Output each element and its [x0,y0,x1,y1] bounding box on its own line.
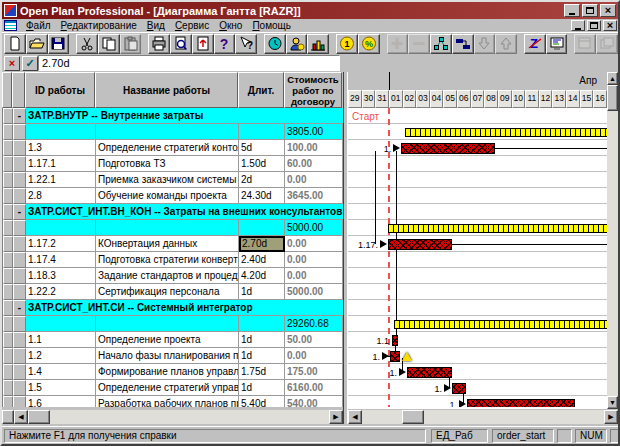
table-row[interactable]: 3805.00 [3,124,343,140]
duration-cell[interactable]: 24.30d [239,188,285,204]
gantt-task-bar[interactable] [388,239,452,250]
table-row[interactable]: 1.17.4Подготовка стратегии конвертации2.… [3,252,343,268]
table-row[interactable]: 2.8Обучение команды проекта24.30d3645.00 [3,188,343,204]
table-row[interactable]: 1.4Формирование планов управления1.75d17… [3,364,343,380]
resources-button[interactable] [286,34,308,54]
menu-edit[interactable]: Редактирование [56,20,142,31]
column-header-cost[interactable]: Стоимость работ по договору [284,72,342,108]
gantt-summary-bar[interactable] [405,128,607,137]
collapse-toggle[interactable]: - [13,300,26,316]
child-restore-button[interactable] [587,20,601,31]
open-folder-button[interactable] [26,34,48,54]
print-button[interactable] [148,34,170,54]
duration-cell[interactable] [239,124,285,140]
task-id-cell[interactable]: 1.4 [26,364,96,380]
cost-cell[interactable]: 540.00 [285,396,343,407]
cost-cell[interactable]: 5000.00 [285,284,343,300]
time-clock-button[interactable] [264,34,286,54]
task-id-cell[interactable]: 1.17.4 [26,252,96,268]
table-row[interactable]: 1.17.1Подготовка ТЗ1.50d60.00 [3,156,343,172]
task-name-cell[interactable]: Разработка рабочих планов проекта [96,396,239,407]
child-close-button[interactable]: × [603,20,617,31]
duration-cell[interactable] [239,316,285,332]
table-row[interactable]: 1.2Начало фазы планирования проекта1d0.0… [3,348,343,364]
task-name-cell[interactable]: Подготовка ТЗ [96,156,239,172]
gantt-summary-bar[interactable] [394,320,607,329]
cost-cell[interactable]: 175.00 [285,364,343,380]
cost-cell[interactable]: 6160.00 [285,380,343,396]
duration-cell[interactable]: 2.70d [239,236,285,252]
gantt-vertical-scrollbar[interactable]: ▲ ▼ [607,72,618,409]
duration-cell[interactable]: 4.20d [239,268,285,284]
cancel-edit-button[interactable]: × [4,56,20,71]
table-row[interactable]: 1.17.2КОнвертация данных2.70d0.00 [3,236,343,252]
duration-cell[interactable]: 1.75d [239,364,285,380]
cost-cell[interactable]: 100.00 [285,140,343,156]
task-id-cell[interactable]: 1.17.2 [26,236,96,252]
duration-cell[interactable]: 1d [239,348,285,364]
screen-view-button[interactable] [546,34,568,54]
help-button[interactable]: ? [214,34,236,54]
table-row[interactable]: 1.18.3Задание стандартов и процедур по д… [3,268,343,284]
cost-cell[interactable]: 3645.00 [285,188,343,204]
table-row[interactable]: 1.1Определение проекта1d50.00 [3,332,343,348]
histogram-button[interactable] [307,34,329,54]
cost-cell[interactable]: 0.00 [285,172,343,188]
duration-cell[interactable]: 1.50d [239,156,285,172]
gantt-summary-bar[interactable] [388,224,607,233]
task-id-cell[interactable]: 1.1 [26,332,96,348]
accept-edit-button[interactable]: ✓ [22,56,38,71]
link-bars-button[interactable] [452,34,474,54]
table-row[interactable]: 29260.68 [3,316,343,332]
task-id-cell[interactable]: 1.3 [26,140,96,156]
task-id-cell[interactable]: 1.22.1 [26,172,96,188]
cost-cell[interactable]: 50.00 [285,332,343,348]
duration-cell[interactable] [239,220,285,236]
new-document-button[interactable] [4,34,26,54]
task-name-cell[interactable]: Приемка заказчиком системы клиента [96,172,239,188]
task-id-cell[interactable]: 1.17.1 [26,156,96,172]
task-name-cell[interactable]: КОнвертация данных [96,236,239,252]
column-header-duration[interactable]: Длит. [238,72,284,108]
cost-cell[interactable]: 0.00 [285,252,343,268]
cost-coin-button[interactable]: 1 [336,34,358,54]
cost-cell[interactable]: 60.00 [285,156,343,172]
cell-edit-input[interactable] [38,55,340,71]
cost-cell[interactable]: 3805.00 [285,124,343,140]
table-row[interactable]: 1.22.2Сертификация персонала1d5000.00 [3,284,343,300]
menu-window[interactable]: Окно [214,20,247,31]
scroll-down-button[interactable]: ▼ [607,396,618,409]
gantt-task-bar[interactable] [392,335,398,346]
print-preview-button[interactable] [170,34,192,54]
task-id-cell[interactable]: 1.22.2 [26,284,96,300]
task-name-cell[interactable]: Определение стратегий управления р [96,380,239,396]
save-button[interactable] [48,34,70,54]
task-name-cell[interactable]: Начало фазы планирования проекта [96,348,239,364]
column-header-name[interactable]: Название работы [95,72,238,108]
task-name-cell[interactable]: Обучение команды проекта [96,188,239,204]
task-id-cell[interactable] [26,124,96,140]
percent-button[interactable]: % [358,34,380,54]
task-name-cell[interactable]: Определение стратегий контоля и отч [96,140,239,156]
cost-cell[interactable]: 29260.68 [285,316,343,332]
column-header-id[interactable]: ID работы [25,72,95,108]
table-row[interactable]: 1.3Определение стратегий контоля и отч5d… [3,140,343,156]
duration-cell[interactable]: 5d [239,140,285,156]
sort-up-button[interactable] [192,34,214,54]
task-name-cell[interactable]: Сертификация персонала [96,284,239,300]
task-id-cell[interactable]: 1.2 [26,348,96,364]
menu-file[interactable]: Файл [21,20,56,31]
gantt-scroll-track[interactable] [362,410,604,424]
link-nodes-button[interactable] [430,34,452,54]
duration-cell[interactable]: 2d [239,172,285,188]
gantt-task-bar[interactable] [401,143,495,154]
collapse-toggle[interactable]: - [13,108,26,124]
task-name-cell[interactable]: Подготовка стратегии конвертации [96,252,239,268]
table-row[interactable]: -ЗАТР.СИСТ_ИНТ.ВН_КОН -- Затраты на внеш… [3,204,343,220]
duration-cell[interactable]: 1d [239,284,285,300]
gantt-task-bar[interactable] [407,367,452,378]
task-id-cell[interactable]: 1.5 [26,380,96,396]
scroll-thumb[interactable] [607,85,618,111]
task-id-cell[interactable]: 1.18.3 [26,268,96,284]
child-minimize-button[interactable] [571,20,585,31]
